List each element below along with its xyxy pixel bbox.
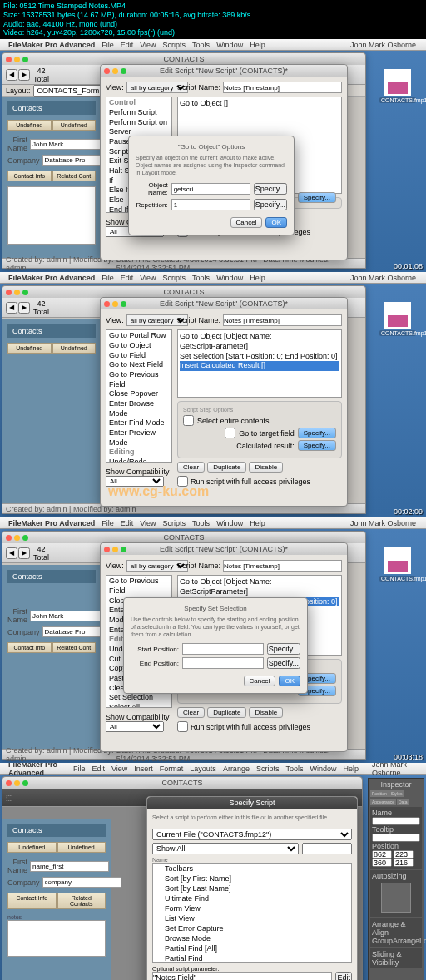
menu-scripts[interactable]: Scripts — [163, 41, 186, 49]
specify-button[interactable]: Specify... — [298, 192, 336, 203]
menu-help[interactable]: Help — [250, 274, 265, 282]
contacts-sidebar: Contacts Undefined Undefined First Name … — [2, 97, 101, 258]
script-name-field[interactable] — [223, 314, 342, 326]
menu-edit[interactable]: Edit — [121, 41, 134, 49]
compat-select[interactable]: All — [106, 476, 164, 487]
desktop-file-label: CONTACTS.fmp12 — [379, 330, 416, 336]
sidebar-title: Contacts — [7, 101, 96, 115]
first-name-label: First Name — [7, 136, 27, 152]
obj-specify-button[interactable]: Specify... — [254, 183, 287, 195]
menu-edit[interactable]: Edit — [121, 274, 134, 282]
screenshot-panel-1: FileMaker Pro Advanced File Edit View Sc… — [0, 39, 426, 272]
script-editor-titlebar[interactable]: Edit Script "New Script" (CONTACTS)* — [101, 65, 347, 77]
file-select[interactable]: Current File ("CONTACTS.fmp12") — [152, 829, 352, 840]
rep-specify-button[interactable]: Specify... — [254, 199, 287, 210]
filemaker-doc-icon — [384, 302, 411, 329]
screenshot-panel-2: FileMaker Pro Advanced File Edit View Sc… — [0, 272, 426, 517]
end-position-field[interactable] — [182, 657, 264, 669]
calc-specify-button[interactable]: Specify... — [298, 440, 336, 451]
script-name-label: Script Name: — [177, 83, 220, 92]
edit-button[interactable]: Edit — [335, 972, 352, 980]
video-timestamp: 00:01:08 — [394, 262, 423, 270]
target-specify-button[interactable]: Specify... — [298, 428, 336, 438]
menu-view[interactable]: View — [140, 274, 156, 282]
inspector-tooltip-field[interactable] — [372, 834, 420, 842]
goto-object-dialog: "Go to Object" Options Specify an object… — [128, 136, 295, 235]
menu-file[interactable]: File — [102, 41, 114, 49]
window-title: CONTACTS — [164, 55, 205, 63]
autosize-widget[interactable] — [381, 883, 411, 913]
script-editor-title: Edit Script "New Script" (CONTACTS)* — [160, 67, 288, 75]
desktop-file-label: CONTACTS.fmp12 — [379, 97, 416, 103]
menu-help[interactable]: Help — [250, 41, 265, 49]
company-label: Company — [7, 156, 40, 165]
desktop-file-icon[interactable]: CONTACTS.fmp12 — [379, 302, 416, 336]
object-name-field[interactable] — [171, 183, 250, 195]
desktop-file-icon[interactable]: CONTACTS.fmp12 — [379, 547, 416, 582]
inspector-tabs[interactable]: PositionStylesAppearanceData — [370, 789, 422, 805]
user-name[interactable]: John Mark Osborne — [350, 41, 416, 49]
menubar: FileMaker Pro Advanced File Edit View Sc… — [0, 517, 426, 529]
script-steps-list[interactable]: Go to Portal RowGo to ObjectGo to Field … — [106, 329, 172, 463]
inspector-name-field[interactable] — [372, 817, 420, 825]
window-titlebar[interactable]: CONTACTS — [2, 286, 365, 298]
tab-undefined-1[interactable]: Undefined — [7, 120, 52, 131]
inspector-palette[interactable]: Inspector PositionStylesAppearanceData N… — [368, 778, 424, 980]
end-specify-button[interactable]: Specify... — [267, 657, 300, 669]
set-selection-dialog: Specify Set Selection Use the controls b… — [123, 597, 308, 694]
desktop-file-icon[interactable]: CONTACTS.fmp12 — [379, 69, 416, 103]
record-count: 42Total — [33, 67, 49, 83]
menu-window[interactable]: Window — [216, 41, 243, 49]
object-name-label: Object Name: — [136, 181, 168, 196]
menubar: FileMaker Pro Advanced File Edit View Sc… — [0, 39, 426, 51]
menu-window[interactable]: Window — [216, 274, 243, 282]
script-param-field[interactable] — [152, 972, 332, 980]
app-name[interactable]: FileMaker Pro Advanced — [8, 274, 95, 282]
sel-dialog-desc: Use the controls below to specify the st… — [131, 616, 300, 638]
file-info-header: File: 0512 Time Stamped Notes.MP4 Size: … — [0, 0, 426, 39]
app-name[interactable]: FileMaker Pro Advanced — [8, 41, 95, 49]
window-titlebar[interactable]: CONTACTS — [2, 53, 365, 65]
menu-tools[interactable]: Tools — [192, 41, 210, 49]
specify-script-dialog: Specify Script Select a script to perfor… — [146, 796, 358, 980]
tab-undefined-2[interactable]: Undefined — [52, 120, 97, 131]
start-position-field[interactable] — [182, 643, 264, 655]
go-to-target-checkbox[interactable] — [225, 428, 235, 438]
repetition-field[interactable] — [171, 199, 250, 210]
menubar: FileMaker Pro Advanced File Edit View In… — [0, 763, 426, 775]
tab-contact-info[interactable]: Contact Info — [7, 171, 52, 181]
ok-button[interactable]: OK — [265, 217, 287, 228]
menu-view[interactable]: View — [140, 41, 156, 49]
goto-dialog-desc: Specify an object on the current layout … — [136, 154, 287, 176]
script-list[interactable]: ToolbarsSort [by First Name]Sort [by Las… — [152, 863, 352, 963]
tab-related-contacts[interactable]: Related Cont — [52, 171, 97, 181]
select-entire-checkbox[interactable] — [183, 415, 194, 426]
sel-dialog-title: Specify Set Selection — [131, 605, 300, 612]
repetition-label: Repetition: — [136, 201, 168, 209]
goto-dialog-title: "Go to Object" Options — [136, 143, 287, 151]
layout-label: Layout: — [6, 87, 31, 95]
start-position-label: Start Position: — [131, 646, 179, 653]
cancel-button[interactable]: Cancel — [244, 676, 276, 686]
user-name[interactable]: John Mark Osborne — [350, 274, 416, 282]
record-nav[interactable]: ◀▶ — [6, 69, 30, 81]
filemaker-doc-icon — [384, 69, 411, 96]
menu-scripts[interactable]: Scripts — [163, 274, 186, 282]
screenshot-panel-4: FileMaker Pro Advanced File Edit View In… — [0, 763, 426, 980]
end-position-label: End Position: — [131, 660, 179, 667]
contacts-sidebar: Contacts Undefined Undefined — [2, 319, 101, 503]
window-traffic-lights[interactable] — [6, 57, 28, 62]
cancel-button[interactable]: Cancel — [230, 217, 263, 228]
show-all-select[interactable]: Show All — [152, 843, 299, 854]
first-name-field[interactable] — [30, 139, 109, 150]
search-input[interactable] — [302, 843, 352, 854]
contact-info-area[interactable] — [7, 186, 96, 245]
ok-button[interactable]: OK — [279, 676, 300, 686]
layout-tools-icon[interactable]: ⬚ — [6, 794, 13, 802]
menu-file[interactable]: File — [102, 274, 114, 282]
menu-tools[interactable]: Tools — [192, 274, 210, 282]
menubar: FileMaker Pro Advanced File Edit View Sc… — [0, 272, 426, 284]
start-specify-button[interactable]: Specify... — [267, 643, 300, 655]
script-name-field[interactable] — [223, 82, 342, 93]
script-content[interactable]: Go to Object [Object Name: GetScriptPara… — [177, 329, 342, 398]
